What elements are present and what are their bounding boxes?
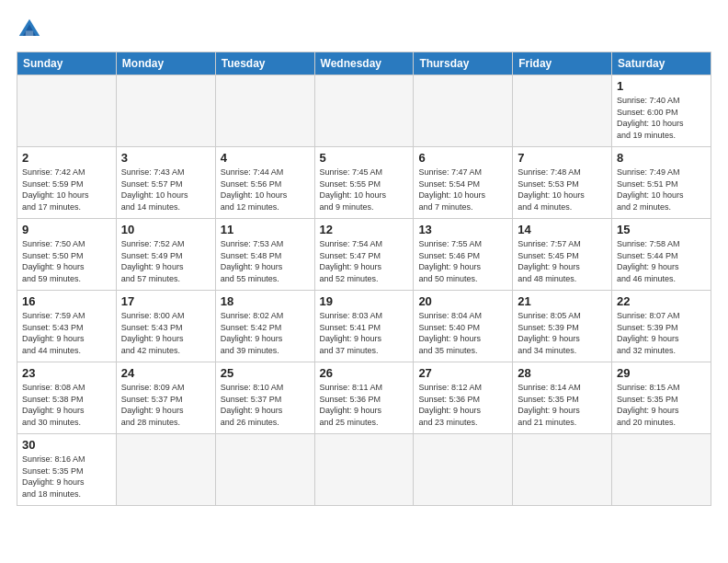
calendar-cell xyxy=(116,75,215,147)
day-info: Sunrise: 7:49 AM Sunset: 5:51 PM Dayligh… xyxy=(617,167,706,213)
day-number: 24 xyxy=(121,366,210,380)
day-info: Sunrise: 8:12 AM Sunset: 5:36 PM Dayligh… xyxy=(418,382,507,428)
svg-rect-2 xyxy=(26,30,33,36)
day-number: 5 xyxy=(320,151,409,165)
day-number: 1 xyxy=(617,79,706,93)
calendar-cell: 10Sunrise: 7:52 AM Sunset: 5:49 PM Dayli… xyxy=(116,219,215,291)
day-number: 28 xyxy=(518,366,607,380)
week-row-5: 23Sunrise: 8:08 AM Sunset: 5:38 PM Dayli… xyxy=(17,362,711,434)
calendar-cell: 9Sunrise: 7:50 AM Sunset: 5:50 PM Daylig… xyxy=(17,219,117,291)
day-info: Sunrise: 7:44 AM Sunset: 5:56 PM Dayligh… xyxy=(221,167,310,213)
calendar-cell xyxy=(215,434,314,506)
weekday-header-tuesday: Tuesday xyxy=(215,52,314,75)
calendar-cell: 17Sunrise: 8:00 AM Sunset: 5:43 PM Dayli… xyxy=(116,291,215,362)
day-number: 21 xyxy=(518,294,607,308)
calendar-cell: 12Sunrise: 7:54 AM Sunset: 5:47 PM Dayli… xyxy=(314,219,414,291)
day-number: 7 xyxy=(518,151,607,165)
calendar-cell xyxy=(314,434,414,506)
day-info: Sunrise: 8:14 AM Sunset: 5:35 PM Dayligh… xyxy=(518,382,607,428)
day-info: Sunrise: 8:00 AM Sunset: 5:43 PM Dayligh… xyxy=(121,310,210,356)
day-number: 4 xyxy=(221,151,310,165)
calendar-cell: 23Sunrise: 8:08 AM Sunset: 5:38 PM Dayli… xyxy=(17,362,117,434)
day-number: 11 xyxy=(221,223,310,236)
calendar: SundayMondayTuesdayWednesdayThursdayFrid… xyxy=(17,52,711,506)
day-number: 29 xyxy=(617,366,706,380)
week-row-1: 1Sunrise: 7:40 AM Sunset: 6:00 PM Daylig… xyxy=(17,75,711,147)
calendar-cell: 30Sunrise: 8:16 AM Sunset: 5:35 PM Dayli… xyxy=(17,434,117,506)
calendar-cell: 20Sunrise: 8:04 AM Sunset: 5:40 PM Dayli… xyxy=(414,291,513,362)
weekday-header-wednesday: Wednesday xyxy=(314,52,414,75)
calendar-cell xyxy=(17,75,117,147)
calendar-cell: 6Sunrise: 7:47 AM Sunset: 5:54 PM Daylig… xyxy=(414,147,513,219)
calendar-cell: 2Sunrise: 7:42 AM Sunset: 5:59 PM Daylig… xyxy=(17,147,117,219)
day-number: 2 xyxy=(22,151,111,165)
header xyxy=(17,17,711,42)
day-info: Sunrise: 7:59 AM Sunset: 5:43 PM Dayligh… xyxy=(22,310,111,356)
day-info: Sunrise: 8:07 AM Sunset: 5:39 PM Dayligh… xyxy=(617,310,706,356)
day-number: 14 xyxy=(518,223,607,236)
day-number: 23 xyxy=(22,366,111,380)
calendar-cell xyxy=(513,434,612,506)
page: SundayMondayTuesdayWednesdayThursdayFrid… xyxy=(0,0,728,515)
day-number: 6 xyxy=(418,151,507,165)
calendar-cell: 19Sunrise: 8:03 AM Sunset: 5:41 PM Dayli… xyxy=(314,291,414,362)
calendar-cell: 29Sunrise: 8:15 AM Sunset: 5:35 PM Dayli… xyxy=(612,362,711,434)
week-row-3: 9Sunrise: 7:50 AM Sunset: 5:50 PM Daylig… xyxy=(17,219,711,291)
logo-icon xyxy=(17,17,42,42)
calendar-cell: 27Sunrise: 8:12 AM Sunset: 5:36 PM Dayli… xyxy=(414,362,513,434)
calendar-cell xyxy=(414,75,513,147)
day-info: Sunrise: 7:48 AM Sunset: 5:53 PM Dayligh… xyxy=(518,167,607,213)
calendar-cell: 25Sunrise: 8:10 AM Sunset: 5:37 PM Dayli… xyxy=(215,362,314,434)
day-info: Sunrise: 8:10 AM Sunset: 5:37 PM Dayligh… xyxy=(221,382,310,428)
day-number: 27 xyxy=(418,366,507,380)
day-number: 18 xyxy=(221,294,310,308)
day-number: 9 xyxy=(22,223,111,236)
week-row-2: 2Sunrise: 7:42 AM Sunset: 5:59 PM Daylig… xyxy=(17,147,711,219)
day-number: 20 xyxy=(418,294,507,308)
day-number: 8 xyxy=(617,151,706,165)
day-number: 10 xyxy=(121,223,210,236)
calendar-cell xyxy=(215,75,314,147)
calendar-cell xyxy=(513,75,612,147)
day-number: 17 xyxy=(121,294,210,308)
day-info: Sunrise: 7:57 AM Sunset: 5:45 PM Dayligh… xyxy=(518,238,607,284)
weekday-header-monday: Monday xyxy=(116,52,215,75)
weekday-header-sunday: Sunday xyxy=(17,52,117,75)
calendar-cell: 22Sunrise: 8:07 AM Sunset: 5:39 PM Dayli… xyxy=(612,291,711,362)
day-info: Sunrise: 8:16 AM Sunset: 5:35 PM Dayligh… xyxy=(22,454,111,500)
day-number: 22 xyxy=(617,294,706,308)
day-info: Sunrise: 8:02 AM Sunset: 5:42 PM Dayligh… xyxy=(221,310,310,356)
day-info: Sunrise: 7:52 AM Sunset: 5:49 PM Dayligh… xyxy=(121,238,210,284)
day-info: Sunrise: 7:40 AM Sunset: 6:00 PM Dayligh… xyxy=(617,95,706,141)
calendar-cell: 24Sunrise: 8:09 AM Sunset: 5:37 PM Dayli… xyxy=(116,362,215,434)
calendar-cell xyxy=(612,434,711,506)
weekday-header-saturday: Saturday xyxy=(612,52,711,75)
calendar-cell: 18Sunrise: 8:02 AM Sunset: 5:42 PM Dayli… xyxy=(215,291,314,362)
calendar-cell: 1Sunrise: 7:40 AM Sunset: 6:00 PM Daylig… xyxy=(612,75,711,147)
calendar-cell: 13Sunrise: 7:55 AM Sunset: 5:46 PM Dayli… xyxy=(414,219,513,291)
day-info: Sunrise: 7:42 AM Sunset: 5:59 PM Dayligh… xyxy=(22,167,111,213)
logo xyxy=(17,17,46,42)
day-info: Sunrise: 8:03 AM Sunset: 5:41 PM Dayligh… xyxy=(320,310,409,356)
calendar-body: 1Sunrise: 7:40 AM Sunset: 6:00 PM Daylig… xyxy=(17,75,711,506)
day-number: 30 xyxy=(22,438,111,452)
day-number: 15 xyxy=(617,223,706,236)
day-info: Sunrise: 8:15 AM Sunset: 5:35 PM Dayligh… xyxy=(617,382,706,428)
day-info: Sunrise: 7:47 AM Sunset: 5:54 PM Dayligh… xyxy=(418,167,507,213)
weekday-row: SundayMondayTuesdayWednesdayThursdayFrid… xyxy=(17,52,711,75)
calendar-cell: 5Sunrise: 7:45 AM Sunset: 5:55 PM Daylig… xyxy=(314,147,414,219)
calendar-cell xyxy=(314,75,414,147)
calendar-cell: 3Sunrise: 7:43 AM Sunset: 5:57 PM Daylig… xyxy=(116,147,215,219)
calendar-cell: 28Sunrise: 8:14 AM Sunset: 5:35 PM Dayli… xyxy=(513,362,612,434)
day-number: 26 xyxy=(320,366,409,380)
day-info: Sunrise: 7:43 AM Sunset: 5:57 PM Dayligh… xyxy=(121,167,210,213)
week-row-6: 30Sunrise: 8:16 AM Sunset: 5:35 PM Dayli… xyxy=(17,434,711,506)
calendar-cell: 14Sunrise: 7:57 AM Sunset: 5:45 PM Dayli… xyxy=(513,219,612,291)
weekday-header-friday: Friday xyxy=(513,52,612,75)
day-info: Sunrise: 7:53 AM Sunset: 5:48 PM Dayligh… xyxy=(221,238,310,284)
day-info: Sunrise: 7:54 AM Sunset: 5:47 PM Dayligh… xyxy=(320,238,409,284)
calendar-cell: 26Sunrise: 8:11 AM Sunset: 5:36 PM Dayli… xyxy=(314,362,414,434)
day-info: Sunrise: 8:05 AM Sunset: 5:39 PM Dayligh… xyxy=(518,310,607,356)
day-info: Sunrise: 8:09 AM Sunset: 5:37 PM Dayligh… xyxy=(121,382,210,428)
calendar-cell: 16Sunrise: 7:59 AM Sunset: 5:43 PM Dayli… xyxy=(17,291,117,362)
